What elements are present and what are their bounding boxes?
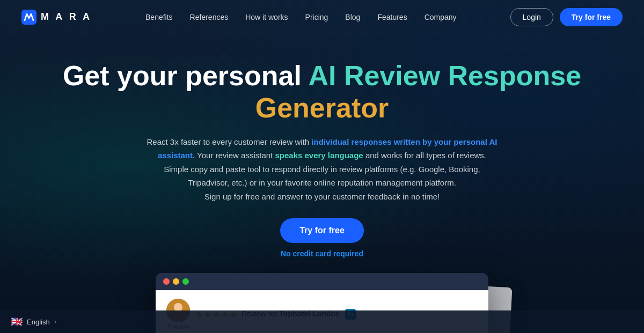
language-flag: 🇬🇧 (11, 316, 23, 328)
hero-title-ai: AI Review Response (308, 60, 581, 91)
subtitle-highlight-2: speaks every language (275, 151, 363, 160)
logo-text: M A R A (41, 11, 92, 23)
navbar: M A R A Benefits References How it works… (0, 0, 644, 34)
nav-references[interactable]: References (190, 13, 229, 21)
nav-features[interactable]: Features (377, 13, 407, 21)
try-for-free-button-nav[interactable]: Try for free (560, 8, 623, 26)
hero-title: Get your personal AI Review Response Gen… (11, 60, 633, 124)
hero-section: Get your personal AI Review Response Gen… (0, 34, 644, 258)
hero-title-pre: Get your personal (63, 60, 309, 91)
nav-actions: Login Try for free (510, 8, 623, 26)
window-dot-green (182, 278, 189, 285)
hero-title-generator: Generator (255, 92, 389, 123)
chevron-right-icon: › (54, 318, 56, 325)
demo-titlebar (156, 273, 488, 290)
nav-blog[interactable]: Blog (345, 13, 360, 21)
language-bar[interactable]: 🇬🇧 English › (0, 310, 644, 333)
mara-logo-icon (21, 10, 36, 25)
window-dot-yellow (173, 278, 179, 285)
nav-pricing[interactable]: Pricing (305, 13, 328, 21)
language-label: English (27, 318, 50, 326)
logo[interactable]: M A R A (21, 10, 92, 25)
nav-links: Benefits References How it works Pricing… (145, 12, 457, 22)
nav-how-it-works[interactable]: How it works (245, 13, 288, 21)
nav-benefits[interactable]: Benefits (145, 13, 173, 21)
nav-company[interactable]: Company (425, 13, 457, 21)
hero-subtitle: React 3x faster to every customer review… (145, 135, 499, 204)
try-for-free-button-hero[interactable]: Try for free (280, 218, 364, 243)
no-credit-text: No credit card required (11, 249, 633, 258)
subtitle-text-4: Sign up for free and answer to your cust… (204, 192, 440, 201)
window-dot-red (163, 278, 170, 285)
login-button[interactable]: Login (510, 8, 553, 26)
subtitle-text-1: React 3x faster to every customer review… (147, 137, 312, 146)
subtitle-text-2: Your review assistant (195, 151, 275, 160)
